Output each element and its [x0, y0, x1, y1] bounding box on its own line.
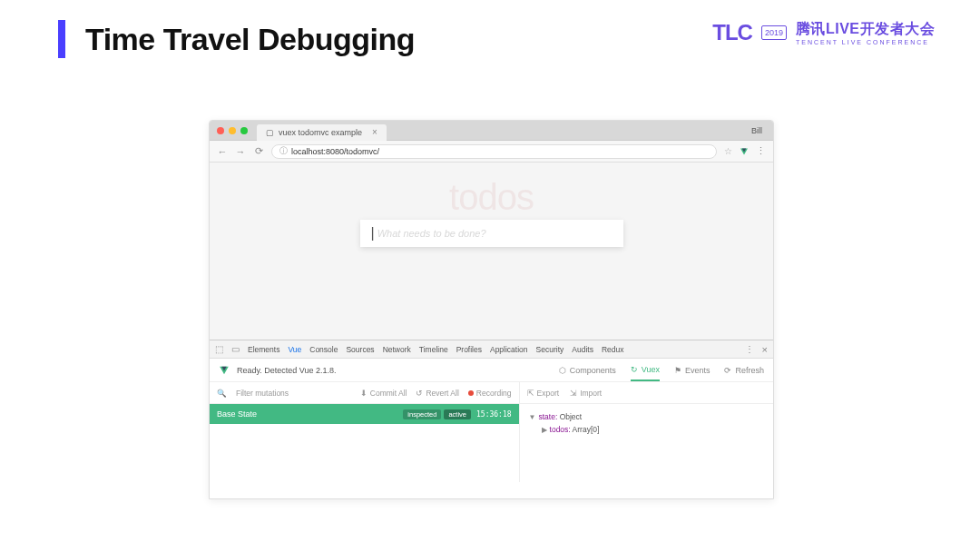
devtools-tab-network[interactable]: Network	[383, 345, 411, 354]
devtools-close-icon[interactable]: ×	[762, 344, 768, 355]
export-icon: ⇱	[527, 389, 534, 398]
bookmark-icon[interactable]: ☆	[724, 146, 732, 156]
timestamp: 15:36:18	[476, 410, 512, 419]
inspect-icon[interactable]: ⬚	[215, 344, 223, 354]
import-icon: ⇲	[570, 389, 577, 398]
devtools-tab-profiles[interactable]: Profiles	[456, 345, 482, 354]
active-badge: active	[444, 409, 471, 419]
import-button[interactable]: ⇲Import	[570, 389, 602, 398]
devtools-panel: ⬚ ▭ Elements Vue Console Sources Network…	[210, 340, 773, 482]
vue-extension-icon[interactable]	[740, 147, 749, 156]
browser-window: ▢ vuex todomvc example × Bill ← → ⟳ ⓘ lo…	[209, 120, 774, 499]
page-content: todos | What needs to be done?	[210, 163, 773, 340]
browser-tab-bar: ▢ vuex todomvc example × Bill	[210, 121, 773, 141]
text-cursor-icon: |	[371, 225, 375, 242]
refresh-icon: ⟳	[724, 366, 731, 375]
traffic-lights	[217, 127, 248, 134]
maximize-window-icon[interactable]	[240, 127, 248, 134]
recording-toggle[interactable]: Recording	[468, 389, 512, 398]
download-icon: ⬇	[360, 389, 368, 398]
accent-bar	[58, 20, 65, 58]
logo-text: TLC	[712, 20, 752, 45]
reload-icon[interactable]: ⟳	[253, 146, 264, 157]
filter-mutations-input[interactable]: Filter mutations	[236, 389, 289, 398]
logo-chinese-block: 腾讯LIVE开发者大会 TENCENT LIVE CONFERENCE	[796, 20, 935, 45]
slide-title: Time Travel Debugging	[85, 22, 415, 57]
state-inspector: ▼state: Object ▶todos: Array[0]	[520, 404, 773, 482]
devtools-menu-icon[interactable]: ⋮	[745, 344, 754, 354]
devtools-tab-security[interactable]: Security	[536, 345, 564, 354]
url-bar: ← → ⟳ ⓘ localhost:8080/todomvc/ ☆ ⋮	[210, 141, 773, 163]
vue-devtools-nav: ⬡Components ↻Vuex ⚑Events ⟳Refresh	[559, 365, 764, 375]
logo-en: TENCENT LIVE CONFERENCE	[796, 39, 935, 45]
nav-events[interactable]: ⚑Events	[674, 366, 710, 380]
devtools-tab-vue[interactable]: Vue	[288, 345, 301, 354]
tlc-logo: TLC 2019 腾讯LIVE开发者大会 TENCENT LIVE CONFER…	[712, 20, 935, 45]
revert-all-button[interactable]: ↺Revert All	[416, 389, 458, 398]
inspected-badge: inspected	[403, 409, 441, 419]
browser-tab[interactable]: ▢ vuex todomvc example ×	[257, 124, 387, 141]
url-right-icons: ☆ ⋮	[724, 145, 766, 157]
tab-close-icon[interactable]: ×	[372, 127, 377, 137]
minimize-window-icon[interactable]	[229, 127, 236, 134]
record-icon	[468, 390, 474, 396]
profile-name[interactable]: Bill	[751, 126, 762, 135]
tab-title: vuex todomvc example	[279, 128, 362, 137]
expand-arrow-icon: ▶	[542, 426, 547, 434]
devtools-tab-redux[interactable]: Redux	[602, 345, 624, 354]
base-state-row[interactable]: Base State inspected active 15:36:18	[210, 404, 519, 424]
todos-heading: todos	[449, 177, 534, 218]
vuex-toolbar: 🔍 Filter mutations ⬇Commit All ↺Revert A…	[210, 382, 773, 404]
devtools-tab-console[interactable]: Console	[309, 345, 338, 354]
vuex-icon: ↻	[631, 365, 638, 374]
devtools-tab-application[interactable]: Application	[490, 345, 528, 354]
vue-devtools-header: Ready. Detected Vue 2.1.8. ⬡Components ↻…	[210, 359, 773, 382]
nav-vuex[interactable]: ↻Vuex	[631, 365, 660, 381]
devtools-tabs: ⬚ ▭ Elements Vue Console Sources Network…	[210, 340, 773, 359]
revert-icon: ↺	[416, 389, 423, 398]
base-state-label: Base State	[217, 409, 257, 419]
logo-year: 2019	[761, 25, 787, 40]
vuex-toolbar-right: ⇱Export ⇲Import	[520, 382, 773, 403]
vue-status-text: Ready. Detected Vue 2.1.8.	[237, 366, 337, 375]
events-icon: ⚑	[674, 366, 681, 375]
devtools-tab-timeline[interactable]: Timeline	[419, 345, 448, 354]
nav-refresh[interactable]: ⟳Refresh	[724, 366, 764, 380]
close-window-icon[interactable]	[217, 127, 224, 134]
tab-favicon: ▢	[266, 128, 274, 137]
vuex-panels: Base State inspected active 15:36:18 ▼st…	[210, 404, 773, 482]
back-icon[interactable]: ←	[217, 146, 228, 157]
components-icon: ⬡	[559, 366, 566, 375]
devtools-tab-sources[interactable]: Sources	[346, 345, 374, 354]
url-text: localhost:8080/todomvc/	[291, 147, 379, 156]
forward-icon[interactable]: →	[235, 146, 246, 157]
vuex-toolbar-left: 🔍 Filter mutations ⬇Commit All ↺Revert A…	[210, 382, 520, 403]
state-line-2[interactable]: ▶todos: Array[0]	[542, 424, 764, 437]
address-bar[interactable]: ⓘ localhost:8080/todomvc/	[271, 144, 717, 159]
menu-icon[interactable]: ⋮	[756, 145, 766, 157]
mutations-list: Base State inspected active 15:36:18	[210, 404, 520, 482]
info-icon: ⓘ	[279, 145, 288, 157]
devtools-tab-audits[interactable]: Audits	[572, 345, 593, 354]
devtools-tab-elements[interactable]: Elements	[248, 345, 279, 354]
search-icon: 🔍	[217, 389, 227, 398]
commit-all-button[interactable]: ⬇Commit All	[360, 389, 407, 398]
todo-placeholder: What needs to be done?	[377, 228, 486, 239]
todo-input[interactable]: | What needs to be done?	[360, 220, 623, 247]
export-button[interactable]: ⇱Export	[527, 389, 560, 398]
vue-logo-icon	[219, 365, 230, 376]
state-line-1[interactable]: ▼state: Object	[529, 411, 764, 424]
expand-arrow-icon: ▼	[529, 413, 536, 421]
nav-components[interactable]: ⬡Components	[559, 366, 616, 380]
device-icon[interactable]: ▭	[231, 344, 240, 354]
logo-cn: 腾讯LIVE开发者大会	[796, 20, 935, 39]
